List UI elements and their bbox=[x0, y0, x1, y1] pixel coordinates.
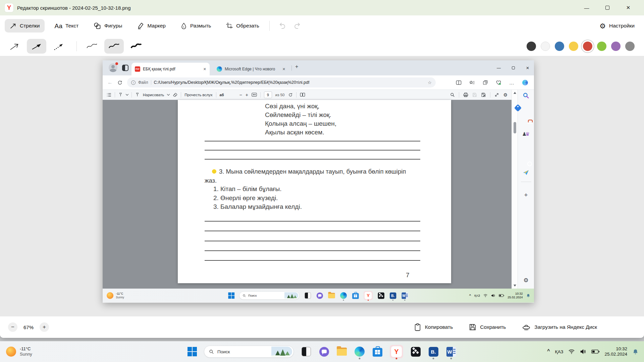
save-as-icon bbox=[481, 93, 486, 97]
color-swatch-red-selected[interactable] bbox=[583, 42, 592, 51]
writing-line bbox=[205, 141, 420, 141]
tab-close-icon: ✕ bbox=[203, 67, 206, 71]
weather-widget[interactable]: -11°C Sunny bbox=[20, 346, 32, 357]
maximize-button[interactable] bbox=[604, 5, 610, 11]
taskbar-word-icon[interactable]: W bbox=[446, 346, 457, 357]
color-swatch-purple[interactable] bbox=[611, 42, 621, 51]
rotate-icon bbox=[288, 93, 293, 97]
color-swatch-dark[interactable] bbox=[527, 42, 536, 51]
window-title: Редактор скриншотов - 2024-02-25_10-32-1… bbox=[17, 5, 131, 11]
volume-icon bbox=[491, 294, 495, 297]
style-toolbar bbox=[0, 36, 644, 56]
tool-marker[interactable]: Маркер bbox=[132, 19, 170, 33]
tool-crop-label: Обрезать bbox=[236, 23, 259, 29]
task-text-line2: жаз. bbox=[205, 176, 422, 185]
volume-icon[interactable] bbox=[580, 349, 586, 354]
scrollbar-thumb bbox=[514, 122, 516, 133]
split-screen-icon bbox=[456, 80, 462, 85]
edge-addressbar: ← i Файл C:/Users/Нургуль/Desktop/ҚМЖ/Оқ… bbox=[103, 75, 534, 90]
undo-icon bbox=[278, 22, 286, 30]
arrow-icon bbox=[9, 22, 17, 29]
seasonal-trees-icon bbox=[271, 347, 292, 357]
taskbar-explorer-icon[interactable] bbox=[336, 346, 347, 357]
save-button[interactable]: Сохранить bbox=[469, 323, 506, 331]
sidebar-add-icon: + bbox=[524, 191, 528, 199]
captured-taskbar: -11°C Sunny Поиск bbox=[103, 289, 534, 303]
seasonal-trees-icon bbox=[284, 292, 299, 299]
edge-tabstrip: PDF ЕБҚ қазақ тілі.pdf ✕ Microsoft Edge … bbox=[103, 60, 534, 75]
taskbar-b24-icon[interactable]: B. bbox=[428, 346, 439, 357]
tool-shapes-label: Фигуры bbox=[104, 23, 122, 29]
tool-blur[interactable]: Размыть bbox=[176, 19, 216, 33]
style-divider bbox=[76, 41, 77, 51]
taskbar-store-icon[interactable] bbox=[372, 346, 383, 357]
maximize-icon bbox=[605, 6, 609, 10]
scroll-down-icon bbox=[514, 285, 516, 287]
tool-crop[interactable]: Обрезать bbox=[221, 19, 264, 33]
zoom-out-button[interactable]: − bbox=[8, 322, 17, 332]
browser-essentials-icon bbox=[496, 80, 501, 85]
weather-sun-icon bbox=[107, 292, 113, 299]
color-swatch-green[interactable] bbox=[597, 42, 606, 51]
taskbar-search[interactable]: Поиск bbox=[204, 346, 294, 358]
draw-tool-icon bbox=[135, 93, 140, 97]
tab-pdf: PDF ЕБҚ қазақ тілі.pdf ✕ bbox=[131, 63, 210, 75]
zoom-in-button[interactable]: + bbox=[40, 322, 49, 332]
search-icon bbox=[450, 93, 455, 97]
taskbar-chat-app-icon[interactable] bbox=[319, 346, 329, 357]
color-swatch-yellow[interactable] bbox=[569, 42, 578, 51]
tab2-title: Microsoft Edge | Что нового bbox=[225, 67, 280, 71]
redo-button[interactable] bbox=[293, 22, 301, 30]
editor-canvas[interactable]: PDF ЕБҚ қазақ тілі.pdf ✕ Microsoft Edge … bbox=[0, 56, 644, 316]
tray-clock[interactable]: 10:32 25.02.2024 bbox=[604, 346, 627, 357]
favorites-list-icon bbox=[469, 80, 475, 85]
draw-dropdown-icon bbox=[167, 93, 170, 96]
tray-date: 25.02.2024 bbox=[604, 352, 627, 357]
edge-sidebar: ♟♛ + ⚙ bbox=[518, 90, 534, 289]
arrow-style-solid[interactable] bbox=[27, 39, 46, 54]
taskbar-widget-app-icon[interactable] bbox=[301, 346, 312, 357]
start-button-icon[interactable] bbox=[187, 347, 197, 356]
taskbar-dropbox-icon[interactable] bbox=[410, 346, 421, 357]
tool-shapes[interactable]: Фигуры bbox=[89, 19, 127, 33]
tray-date: 25.02.2024 bbox=[507, 296, 523, 299]
arrow-style-plain[interactable] bbox=[5, 39, 24, 54]
zoom-in-icon: + bbox=[246, 92, 248, 98]
taskbar-yandex-icon[interactable]: Y bbox=[390, 346, 403, 357]
task-bullet-icon bbox=[212, 169, 216, 174]
screenshot-image[interactable]: PDF ЕБҚ қазақ тілі.pdf ✕ Microsoft Edge … bbox=[103, 60, 534, 303]
minimize-button[interactable]: — bbox=[584, 5, 590, 11]
browser-close-icon: ✕ bbox=[526, 66, 529, 70]
settings-button[interactable]: ⚙ Настройки bbox=[599, 22, 635, 29]
arrow-plain-icon bbox=[9, 42, 19, 51]
close-button[interactable]: ✕ bbox=[625, 5, 631, 11]
weather-sun-icon[interactable] bbox=[6, 347, 16, 357]
weather-temp: -11°C bbox=[116, 292, 124, 296]
sidebar-settings-gear-icon: ⚙ bbox=[523, 277, 528, 284]
wifi-icon[interactable] bbox=[568, 349, 575, 354]
stroke-style-medium[interactable] bbox=[104, 39, 124, 54]
undo-button[interactable] bbox=[278, 22, 286, 30]
draw-label: Нарисовать bbox=[143, 93, 164, 97]
taskbar-word-icon: W bbox=[401, 292, 408, 299]
copy-button[interactable]: Копировать bbox=[414, 323, 453, 331]
shapes-icon bbox=[93, 22, 101, 30]
taskbar-edge-icon[interactable] bbox=[354, 346, 365, 357]
battery-icon[interactable] bbox=[591, 349, 599, 354]
color-swatch-blue[interactable] bbox=[555, 42, 564, 51]
language-indicator[interactable]: ҚАЗ bbox=[555, 349, 564, 354]
tray-expand-icon[interactable]: ^ bbox=[547, 348, 550, 354]
color-swatch-gray[interactable] bbox=[625, 42, 635, 51]
new-tab-icon: + bbox=[295, 64, 298, 70]
stroke-style-thick[interactable] bbox=[126, 39, 146, 54]
url-scheme: Файл bbox=[138, 80, 148, 85]
tool-text[interactable]: Аа Текст bbox=[50, 20, 83, 32]
stroke-style-thin[interactable] bbox=[82, 39, 102, 54]
tray-time: 10:32 bbox=[507, 292, 523, 296]
upload-yandex-disk-button[interactable]: Загрузить на Яндекс Диск bbox=[522, 323, 597, 331]
color-swatch-white[interactable] bbox=[541, 42, 550, 51]
arrow-style-dotted[interactable] bbox=[49, 39, 68, 54]
notifications-bell-icon[interactable] bbox=[632, 349, 639, 355]
poem-line: Ақылы асқан көсем. bbox=[265, 128, 336, 137]
tool-arrows[interactable]: Стрелки bbox=[5, 19, 45, 33]
